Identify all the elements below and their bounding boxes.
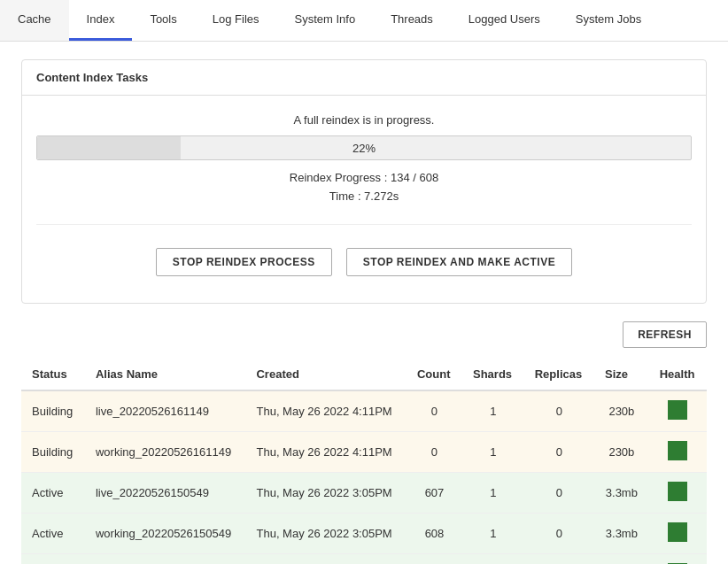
cell-created: Thu, May 26 2022 3:05PM — [245, 513, 406, 553]
tab-bar: CacheIndexToolsLog FilesSystem InfoThrea… — [0, 0, 728, 42]
cell-shards: 1 — [462, 513, 524, 553]
cell-size: 3.3mb — [594, 472, 649, 513]
table-body: Buildinglive_20220526161149Thu, May 26 2… — [21, 390, 707, 564]
cell-health — [649, 431, 707, 472]
action-buttons: STOP REINDEX PROCESS STOP REINDEX AND MA… — [36, 239, 692, 285]
cell-count: 608 — [407, 513, 462, 553]
cell-status — [21, 553, 85, 564]
health-indicator-green — [668, 522, 687, 542]
main-content: Content Index Tasks A full reindex is in… — [0, 42, 728, 564]
col-header-health: Health — [649, 359, 707, 390]
cell-size: 3.3mb — [594, 553, 649, 564]
cell-health — [649, 390, 707, 432]
tab-system-info[interactable]: System Info — [277, 0, 374, 41]
divider — [36, 224, 692, 225]
cell-replicas: 0 — [524, 513, 594, 553]
progress-detail-line1: Reindex Progress : 134 / 608 — [36, 169, 692, 188]
cell-count: 0 — [407, 390, 462, 432]
content-index-card: Content Index Tasks A full reindex is in… — [21, 59, 707, 304]
tab-logged-users[interactable]: Logged Users — [451, 0, 558, 41]
health-indicator-green — [668, 400, 687, 420]
stop-reindex-button[interactable]: STOP REINDEX PROCESS — [156, 248, 332, 276]
refresh-row: REFRESH — [21, 321, 707, 348]
table-row: live_20220526140213Thu, May 26 2022 2:02… — [21, 553, 707, 564]
cell-replicas: 0 — [524, 472, 594, 513]
cell-alias-name: working_20220526161149 — [85, 431, 246, 472]
cell-size: 3.3mb — [594, 513, 649, 553]
tab-threads[interactable]: Threads — [373, 0, 451, 41]
cell-alias-name: live_20220526140213 — [85, 553, 246, 564]
cell-shards: 1 — [462, 553, 524, 564]
cell-replicas: 0 — [524, 431, 594, 472]
progress-detail-line2: Time : 7.272s — [36, 188, 692, 206]
cell-shards: 1 — [462, 472, 524, 513]
col-header-replicas: Replicas — [524, 359, 594, 390]
progress-info: Reindex Progress : 134 / 608 Time : 7.27… — [36, 169, 692, 206]
tab-log-files[interactable]: Log Files — [195, 0, 277, 41]
cell-count: 607 — [407, 472, 462, 513]
cell-health — [649, 553, 707, 564]
cell-replicas: 0 — [524, 553, 594, 564]
cell-health — [649, 513, 707, 553]
table-header: Status Alias Name Created Count Shards R… — [21, 359, 707, 390]
col-header-status: Status — [21, 359, 85, 390]
tab-tools[interactable]: Tools — [132, 0, 194, 41]
card-title: Content Index Tasks — [36, 71, 148, 84]
cell-alias-name: live_20220526161149 — [85, 390, 246, 432]
cell-size: 230b — [594, 390, 649, 432]
cell-created: Thu, May 26 2022 3:05PM — [245, 472, 406, 513]
table-row: Activeworking_20220526150549Thu, May 26 … — [21, 513, 707, 553]
cell-alias-name: working_20220526150549 — [85, 513, 246, 553]
col-header-shards: Shards — [462, 359, 524, 390]
table-row: Buildinglive_20220526161149Thu, May 26 2… — [21, 390, 707, 432]
tab-index[interactable]: Index — [69, 0, 133, 41]
table-header-row: Status Alias Name Created Count Shards R… — [21, 359, 707, 390]
card-header: Content Index Tasks — [22, 60, 706, 96]
table-row: Buildingworking_20220526161149Thu, May 2… — [21, 431, 707, 472]
cell-status: Active — [21, 472, 85, 513]
progress-bar-fill — [37, 136, 181, 159]
cell-created: Thu, May 26 2022 4:11PM — [245, 431, 406, 472]
col-header-alias-name: Alias Name — [85, 359, 246, 390]
cell-alias-name: live_20220526150549 — [85, 472, 246, 513]
tab-cache[interactable]: Cache — [0, 0, 69, 41]
cell-replicas: 0 — [524, 390, 594, 432]
progress-bar-percent: 22% — [352, 142, 376, 155]
col-header-created: Created — [245, 359, 406, 390]
refresh-button[interactable]: REFRESH — [623, 321, 707, 348]
cell-count: 0 — [407, 431, 462, 472]
col-header-size: Size — [594, 359, 649, 390]
health-indicator-green — [668, 482, 687, 501]
cell-status: Building — [21, 390, 85, 432]
cell-status: Active — [21, 513, 85, 553]
cell-created: Thu, May 26 2022 4:11PM — [245, 390, 406, 432]
cell-shards: 1 — [462, 390, 524, 432]
card-body: A full reindex is in progress. 22% Reind… — [22, 96, 706, 303]
progress-status-label: A full reindex is in progress. — [36, 113, 692, 127]
cell-status: Building — [21, 431, 85, 472]
cell-created: Thu, May 26 2022 2:02PM — [245, 553, 406, 564]
cell-shards: 1 — [462, 431, 524, 472]
stop-reindex-active-button[interactable]: STOP REINDEX AND MAKE ACTIVE — [346, 248, 572, 276]
col-header-count: Count — [407, 359, 462, 390]
health-indicator-green — [668, 441, 687, 460]
progress-bar-container: 22% — [36, 135, 692, 160]
index-table: Status Alias Name Created Count Shards R… — [21, 359, 707, 564]
progress-section: A full reindex is in progress. 22% Reind… — [36, 113, 692, 206]
table-row: Activelive_20220526150549Thu, May 26 202… — [21, 472, 707, 513]
cell-health — [649, 472, 707, 513]
tab-system-jobs[interactable]: System Jobs — [558, 0, 659, 41]
cell-size: 230b — [594, 431, 649, 472]
cell-count: 605 — [407, 553, 462, 564]
